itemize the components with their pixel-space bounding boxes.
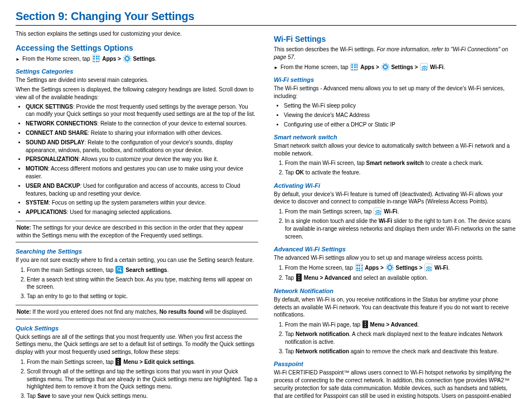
wifi-icon [424,264,432,271]
accessing-line: From the Home screen, tap Apps > Setting… [16,55,258,63]
list-item: APPLICATIONS: Used for managing selected… [26,208,258,216]
menu-dots-icon [362,320,368,328]
heading-notification: Network Notification [274,288,516,294]
list-item: Scroll through all of the settings and t… [27,368,258,391]
list-item: Tap Menu > Advanced and select an availa… [285,274,516,282]
apps-icon [355,264,363,271]
heading-activating: Activating Wi-Fi [274,182,516,189]
note-categories: Note: The settings for your device are d… [16,221,258,242]
quick-steps: From the main Settings screen, tap Menu … [16,358,258,399]
list-item: Tap an entry to go to that setting or to… [27,293,258,300]
heading-categories: Settings Categories [16,68,258,75]
list-item: From the Home screen, tap Apps > Setting… [285,264,516,272]
note-label: Note: [17,225,32,231]
apps-label: Apps > [102,56,121,62]
list-item: Tap Network notification. A check mark d… [285,330,516,346]
notification-p1: By default, when Wi-Fi is on, you receiv… [274,296,516,319]
list-item: Configuring use of either a DHCP or Stat… [284,121,516,129]
passpoint-p1: Wi-Fi CERTIFIED Passpoint™ allows users … [274,369,516,399]
right-column: Wi-Fi Settings This section describes th… [274,30,516,399]
searching-steps: From the main Settings screen, tap Searc… [16,266,258,300]
list-item: USER AND BACKUP: Used for configuration … [26,182,258,198]
notification-steps: From the main Wi-Fi page, tap Menu > Adv… [274,320,516,355]
list-item: Setting the Wi-Fi sleep policy [284,102,516,110]
apps-icon [350,63,358,71]
list-item: Tap OK to activate the feature. [285,169,516,177]
note-searching: Note: If the word you entered does not f… [16,305,258,319]
smart-p1: Smart network switch allows your device … [274,142,516,158]
dot: . [155,56,157,62]
list-item: Tap Network notification again to remove… [285,348,516,356]
menu-dots-icon [296,274,302,281]
left-column: This section explains the settings used … [16,30,258,399]
quick-p1: Quick settings are all of the settings t… [16,333,258,356]
heading-accessing: Accessing the Settings Options [16,43,258,52]
wifi-nav-line: From the Home screen, tap Apps > Setting… [274,63,516,71]
activating-steps: From the main Settings screen, tap Wi-Fi… [274,207,516,240]
note-text: If the word you entered does not find an… [32,309,159,315]
gear-icon [386,264,394,271]
list-item: PERSONALIZATION: Allows you to customize… [26,155,258,163]
menu-dots-icon [115,358,121,366]
heading-quick: Quick Settings [16,325,258,332]
heading-wifi-settings: Wi-Fi settings [274,76,516,83]
heading-wifi: Wi-Fi Settings [274,35,516,43]
text: From the Home screen, tap [22,56,90,62]
intro-text: This section explains the settings used … [16,30,258,38]
section-rule [16,25,516,26]
heading-passpoint: Passpoint [274,361,516,367]
list-item: From the main Wi-Fi screen, tap Smart ne… [285,159,516,167]
list-item: NETWORK CONNECTIONS: Relate to the conne… [26,120,258,128]
list-item: SOUND AND DISPLAY: Relate to the configu… [26,139,258,154]
list-item: MOTION: Access different motions and ges… [26,165,258,181]
note-bold: No results found [159,309,204,315]
activating-p1: By default, your device's Wi-Fi feature … [274,191,516,206]
section-title: Section 9: Changing Your Settings [16,10,516,23]
note-text: The settings for your device are describ… [17,225,243,239]
categories-p1: The Settings are divided into several ma… [16,76,258,84]
list-item: From the main Settings screen, tap Searc… [27,266,258,274]
heading-searching: Searching the Settings [16,248,258,255]
settings-label: Settings [133,56,154,62]
list-item: From the main Wi-Fi page, tap Menu > Adv… [285,320,516,329]
categories-list: QUICK SETTINGS: Provide the most frequen… [16,103,258,216]
heading-smart-switch: Smart network switch [274,134,516,140]
list-item: Tap Save to save your new Quick settings… [27,392,258,399]
searching-p1: If you are not sure exactly where to fin… [16,256,258,264]
smart-steps: From the main Wi-Fi screen, tap Smart ne… [274,159,516,177]
wifi-icon [374,207,381,215]
gear-icon [123,55,131,62]
list-item: CONNECT AND SHARE: Relate to sharing you… [26,129,258,137]
note-text: will be displayed. [204,309,247,315]
list-item: In a single motion touch and slide the W… [285,217,516,240]
note-label: Note: [17,309,32,315]
list-item: From the main Settings screen, tap Wi-Fi… [285,207,516,216]
wifi-intro: This section describes the Wi-Fi setting… [274,46,516,61]
list-item: Viewing the device's MAC Address [284,111,516,119]
list-item: Enter a search text string within the Se… [27,276,258,291]
wifi-settings-list: Setting the Wi-Fi sleep policy Viewing t… [274,102,516,128]
two-column-layout: This section explains the settings used … [16,30,516,399]
advanced-p1: The advanced Wi-Fi settings allow you to… [274,254,516,262]
list-item: QUICK SETTINGS: Provide the most frequen… [26,103,258,119]
apps-icon [92,55,100,62]
gear-icon [381,63,389,71]
advanced-steps: From the Home screen, tap Apps > Setting… [274,264,516,282]
wifi-icon [420,63,428,71]
list-item: From the main Settings screen, tap Menu … [27,358,258,366]
wifi-settings-p1: The Wi-Fi settings - Advanced menu allow… [274,85,516,100]
list-item: SYSTEM: Focus on setting up the system p… [26,199,258,207]
heading-advanced: Advanced Wi-Fi Settings [274,246,516,252]
categories-p2: When the Settings screen is displayed, t… [16,86,258,101]
search-icon [115,266,123,274]
